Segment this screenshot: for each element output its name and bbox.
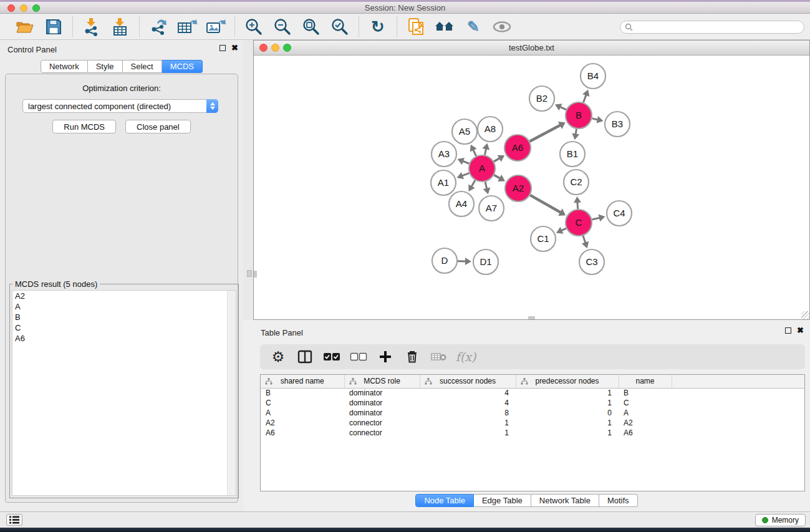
network-zoom-button[interactable]: [283, 44, 291, 52]
import-table-button[interactable]: [109, 16, 132, 37]
tab-mcds[interactable]: MCDS: [162, 60, 203, 73]
table-cell[interactable]: A6: [619, 428, 672, 438]
table-cell[interactable]: A: [619, 408, 672, 418]
table-cell[interactable]: dominator: [344, 398, 420, 408]
table-row[interactable]: Cdominator41C: [261, 398, 805, 408]
table-cell[interactable]: A2: [619, 418, 672, 428]
zoom-fit-button[interactable]: [300, 16, 322, 37]
edge-C-C3[interactable]: [583, 236, 586, 244]
network-minimize-button[interactable]: [271, 44, 279, 52]
close-table-panel-icon[interactable]: ✖: [797, 327, 804, 334]
column-header[interactable]: predecessor nodes: [516, 375, 619, 388]
table-cell[interactable]: dominator: [344, 388, 420, 398]
export-table-button[interactable]: [176, 16, 198, 37]
table-cell[interactable]: 0: [516, 408, 619, 418]
table-cell[interactable]: 1: [420, 428, 516, 438]
search-field[interactable]: [620, 21, 804, 34]
task-history-button[interactable]: [6, 514, 22, 526]
mcds-result-item[interactable]: A: [12, 301, 236, 312]
table-row[interactable]: Bdominator41B: [261, 388, 805, 398]
delete-column-button[interactable]: [403, 347, 421, 366]
edge-C-C4[interactable]: [592, 218, 600, 220]
table-cell[interactable]: C: [261, 398, 344, 408]
select-all-columns-button[interactable]: [323, 347, 340, 366]
table-cell[interactable]: C: [619, 398, 672, 408]
table-cell[interactable]: 4: [420, 388, 516, 398]
tab-motifs[interactable]: Motifs: [599, 494, 638, 507]
tab-edge-table[interactable]: Edge Table: [474, 494, 531, 507]
mcds-result-item[interactable]: B: [12, 312, 236, 322]
minimize-window-button[interactable]: [20, 4, 27, 12]
close-panel-button[interactable]: Close panel: [125, 120, 191, 133]
table-cell[interactable]: A: [261, 408, 344, 418]
table-row[interactable]: A2connector11A2: [261, 418, 805, 428]
mcds-result-item[interactable]: C: [12, 322, 236, 333]
zoom-selected-button[interactable]: [329, 16, 351, 37]
node-table[interactable]: shared nameMCDS rolesuccessor nodesprede…: [261, 375, 805, 438]
export-network-button[interactable]: [147, 16, 170, 37]
clone-network-button[interactable]: [405, 16, 427, 37]
table-cell[interactable]: connector: [344, 418, 420, 428]
open-session-button[interactable]: [14, 16, 36, 37]
table-cell[interactable]: B: [619, 388, 672, 398]
table-cell[interactable]: B: [261, 388, 344, 398]
mcds-result-scrollbar[interactable]: [227, 291, 236, 495]
create-column-button[interactable]: [377, 347, 394, 366]
edge-A6-B[interactable]: [529, 125, 561, 142]
delete-table-button[interactable]: [430, 347, 448, 366]
table-cell[interactable]: dominator: [344, 408, 420, 418]
import-network-button[interactable]: [80, 16, 103, 37]
table-cell[interactable]: 1: [516, 418, 619, 428]
export-image-button[interactable]: [205, 16, 227, 37]
tab-network-table[interactable]: Network Table: [531, 494, 599, 507]
optimization-criterion-dropdown[interactable]: largest connected component (directed): [22, 99, 218, 113]
column-header[interactable]: shared name: [261, 375, 344, 388]
table-cell[interactable]: 1: [516, 428, 619, 438]
home-view-button[interactable]: [433, 16, 456, 37]
annotation-toggle-button[interactable]: ✎: [462, 16, 485, 37]
tab-select[interactable]: Select: [123, 60, 162, 73]
mcds-result-item[interactable]: A6: [12, 333, 236, 344]
network-view-window[interactable]: testGlobe.txt B4B2BB3A8A5A6A3B1AA1C2A2A4…: [253, 40, 810, 320]
run-mcds-button[interactable]: Run MCDS: [52, 120, 116, 133]
column-settings-button[interactable]: ⚙: [269, 347, 287, 366]
table-cell[interactable]: A6: [261, 428, 344, 438]
search-input[interactable]: [636, 23, 804, 32]
tab-node-table[interactable]: Node Table: [415, 494, 474, 507]
edge-A2-C[interactable]: [530, 195, 561, 213]
show-graphics-button[interactable]: [491, 16, 513, 37]
float-table-panel-icon[interactable]: [785, 327, 791, 334]
close-window-button[interactable]: [7, 4, 15, 12]
table-cell[interactable]: 4: [420, 398, 516, 408]
function-builder-button[interactable]: f(x): [457, 347, 475, 366]
column-header[interactable]: MCDS role: [344, 375, 420, 388]
edge-B-B4[interactable]: [584, 94, 587, 102]
split-divider-handle[interactable]: [247, 270, 252, 277]
window-titlebar[interactable]: Session: New Session: [0, 2, 810, 14]
save-session-button[interactable]: [42, 16, 65, 37]
deselect-all-columns-button[interactable]: [350, 347, 367, 366]
close-panel-icon[interactable]: ✖: [231, 45, 238, 51]
table-cell[interactable]: A2: [261, 418, 344, 428]
tab-style[interactable]: Style: [88, 60, 123, 73]
zoom-in-button[interactable]: [243, 16, 265, 37]
refresh-view-button[interactable]: ↻: [367, 16, 389, 37]
float-panel-icon[interactable]: [219, 45, 226, 51]
memory-button[interactable]: Memory: [755, 514, 806, 526]
table-cell[interactable]: 1: [516, 398, 619, 408]
zoom-window-button[interactable]: [32, 4, 40, 12]
network-close-button[interactable]: [259, 44, 268, 52]
table-cell[interactable]: 8: [420, 408, 516, 418]
table-cell[interactable]: 1: [516, 388, 619, 398]
show-columns-button[interactable]: [296, 347, 314, 366]
window-resize-grip[interactable]: [801, 311, 809, 319]
column-header[interactable]: successor nodes: [420, 375, 516, 388]
network-window-titlebar[interactable]: testGlobe.txt: [254, 41, 809, 56]
zoom-out-button[interactable]: [271, 16, 294, 37]
mcds-result-item[interactable]: A2: [12, 291, 236, 301]
table-cell[interactable]: connector: [344, 428, 420, 438]
column-header[interactable]: name: [619, 375, 672, 388]
network-graph[interactable]: B4B2BB3A8A5A6A3B1AA1C2A2A4A7C4CC1C3DD1: [254, 56, 809, 319]
tab-network[interactable]: Network: [41, 60, 88, 73]
table-row[interactable]: A6connector11A6: [261, 428, 805, 438]
